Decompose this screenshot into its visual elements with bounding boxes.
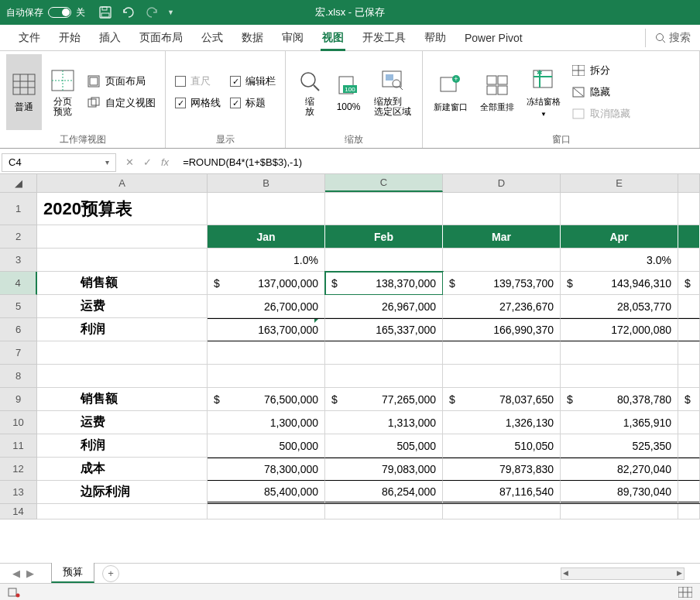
col-header-D[interactable]: D xyxy=(443,174,561,192)
zoom-selection-icon xyxy=(379,67,406,94)
svg-rect-2 xyxy=(101,13,109,17)
svg-rect-32 xyxy=(498,86,507,94)
page-break-icon xyxy=(50,67,76,94)
grid-icon xyxy=(11,71,37,98)
freeze-icon: ✱ xyxy=(530,67,557,93)
select-all-corner[interactable]: ◢ xyxy=(0,174,37,192)
sheet-nav[interactable]: ◀▶ xyxy=(0,567,46,579)
headings-checkbox[interactable]: ✓标题 xyxy=(227,94,279,111)
new-window-icon: + xyxy=(438,72,464,98)
tab-help[interactable]: 帮助 xyxy=(415,25,455,51)
col-header-C[interactable]: C xyxy=(325,174,443,192)
qat-dropdown-icon[interactable]: ▼ xyxy=(167,9,174,16)
tab-data[interactable]: 数据 xyxy=(232,25,273,51)
add-sheet-button[interactable]: + xyxy=(102,565,119,582)
group-zoom: 缩 放 100 100% 缩放到 选定区域 缩放 xyxy=(286,51,423,148)
autosave-label: 自动保存 xyxy=(6,6,43,19)
formula-bar-checkbox[interactable]: ✓编辑栏 xyxy=(227,73,279,90)
tab-page-layout[interactable]: 页面布局 xyxy=(130,25,192,51)
normal-view-icon[interactable] xyxy=(678,587,692,598)
new-window-button[interactable]: + 新建窗口 xyxy=(429,54,472,130)
svg-line-25 xyxy=(400,87,403,90)
svg-rect-23 xyxy=(386,74,393,81)
custom-views-icon xyxy=(87,96,101,110)
normal-view-button[interactable]: 普通 xyxy=(6,54,42,130)
hundred-icon: 100 xyxy=(335,72,362,98)
page-layout-button[interactable]: 页面布局 xyxy=(84,73,159,90)
search-icon xyxy=(655,33,666,43)
unhide-button: 取消隐藏 xyxy=(568,105,633,122)
cell[interactable]: 2020预算表 xyxy=(37,193,208,225)
tab-power-pivot[interactable]: Power Pivot xyxy=(455,25,532,51)
search-box[interactable]: 搜索 xyxy=(645,29,691,47)
ribbon-tabs: 文件 开始 插入 页面布局 公式 数据 审阅 视图 开发工具 帮助 Power … xyxy=(0,25,700,51)
tab-home[interactable]: 开始 xyxy=(50,25,90,51)
col-header-F[interactable] xyxy=(678,174,700,192)
zoom-button[interactable]: 缩 放 xyxy=(292,54,328,130)
col-header-B[interactable]: B xyxy=(208,174,325,192)
svg-line-4 xyxy=(663,39,666,43)
formula-bar: C4 ✕ ✓ fx =ROUND(B4*(1+$B$3),-1) xyxy=(0,151,700,174)
formula-input[interactable]: =ROUND(B4*(1+$B$3),-1) xyxy=(177,156,700,168)
zoom-selection-button[interactable]: 缩放到 选定区域 xyxy=(369,54,416,130)
sheet-tab-bar: ◀▶ 预算 + xyxy=(0,563,700,583)
group-workbook-views: 普通 分页 预览 页面布局 自定义视图 工作簿视图 xyxy=(0,51,166,148)
cancel-icon: ✕ xyxy=(125,156,134,168)
group-label: 工作簿视图 xyxy=(6,130,159,146)
svg-line-41 xyxy=(574,88,583,96)
freeze-panes-button[interactable]: ✱ 冻结窗格 ▼ xyxy=(522,54,565,130)
svg-rect-30 xyxy=(498,76,507,84)
tab-review[interactable]: 审阅 xyxy=(273,25,313,51)
undo-icon[interactable] xyxy=(121,5,136,20)
svg-point-17 xyxy=(301,73,315,87)
zoom-icon xyxy=(297,67,323,94)
title-bar: 自动保存 关 ▼ 宏.xlsx - 已保存 xyxy=(0,0,700,25)
svg-point-44 xyxy=(16,593,20,597)
redo-icon[interactable] xyxy=(144,5,160,20)
spreadsheet-grid[interactable]: ◢ A B C D E 1 2020预算表 2 Jan Feb Mar Apr … xyxy=(0,174,700,519)
split-button[interactable]: 拆分 xyxy=(568,62,633,79)
svg-point-3 xyxy=(657,33,664,40)
zoom-100-button[interactable]: 100 100% xyxy=(331,54,366,130)
unhide-icon xyxy=(571,107,585,121)
active-cell[interactable]: $138,370,000 xyxy=(325,272,443,295)
svg-text:+: + xyxy=(454,75,458,83)
save-icon[interactable] xyxy=(98,5,113,20)
svg-rect-29 xyxy=(487,76,496,84)
sheet-tab[interactable]: 预算 xyxy=(51,563,94,583)
autosave-state: 关 xyxy=(76,6,85,19)
tab-view[interactable]: 视图 xyxy=(313,25,353,51)
chevron-down-icon: ▼ xyxy=(540,111,547,118)
gridlines-checkbox[interactable]: ✓网格线 xyxy=(172,94,224,111)
custom-views-button[interactable]: 自定义视图 xyxy=(84,94,159,111)
arrange-icon xyxy=(484,72,510,98)
tab-insert[interactable]: 插入 xyxy=(90,25,130,51)
group-window: + 新建窗口 全部重排 ✱ 冻结窗格 ▼ 拆分 隐藏 取消隐藏 窗口 xyxy=(423,51,700,148)
svg-rect-5 xyxy=(13,74,35,94)
split-icon xyxy=(571,63,585,77)
svg-rect-42 xyxy=(573,109,584,118)
record-macro-icon[interactable] xyxy=(8,587,20,598)
arrange-all-button[interactable]: 全部重排 xyxy=(475,54,519,130)
col-header-A[interactable]: A xyxy=(37,174,208,192)
enter-icon: ✓ xyxy=(143,156,152,168)
tab-developer[interactable]: 开发工具 xyxy=(353,25,415,51)
fx-icon[interactable]: fx xyxy=(161,156,169,168)
tab-file[interactable]: 文件 xyxy=(9,25,50,51)
ribbon-content: 普通 分页 预览 页面布局 自定义视图 工作簿视图 直尺 xyxy=(0,51,700,149)
svg-rect-14 xyxy=(90,77,98,85)
row-header[interactable]: 1 xyxy=(0,193,37,225)
page-layout-icon xyxy=(87,74,101,88)
name-box[interactable]: C4 xyxy=(2,153,116,172)
svg-text:✱: ✱ xyxy=(537,69,543,77)
hide-icon xyxy=(571,85,585,99)
horizontal-scrollbar[interactable] xyxy=(561,567,685,580)
autosave-toggle[interactable]: 自动保存 关 xyxy=(6,6,85,19)
quick-access-toolbar: ▼ xyxy=(98,5,174,20)
page-break-button[interactable]: 分页 预览 xyxy=(45,54,81,130)
col-header-E[interactable]: E xyxy=(561,174,678,192)
hide-button[interactable]: 隐藏 xyxy=(568,84,633,101)
toggle-switch[interactable] xyxy=(48,7,71,18)
ruler-checkbox: 直尺 xyxy=(172,73,224,90)
tab-formulas[interactable]: 公式 xyxy=(192,25,232,51)
